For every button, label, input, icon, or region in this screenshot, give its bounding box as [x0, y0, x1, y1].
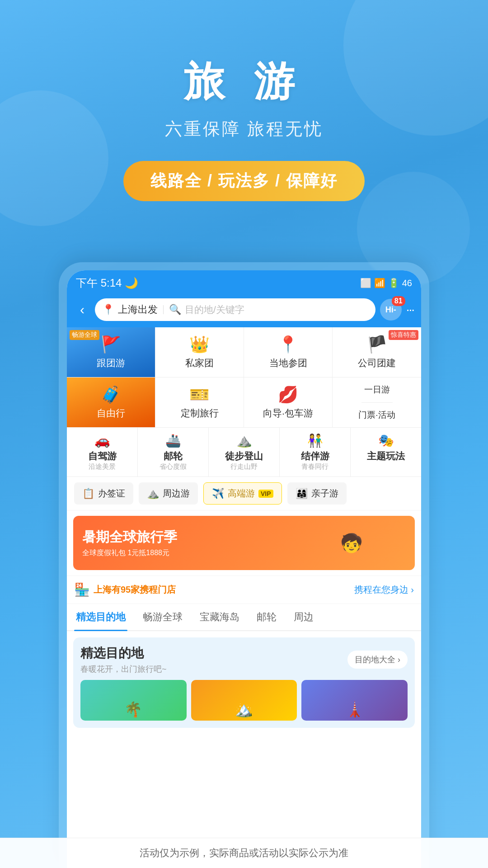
partner-sub: 青春同行: [301, 462, 328, 471]
store-text: 上海有95家携程门店: [94, 584, 354, 596]
dest-title: 精选目的地: [80, 645, 167, 662]
hiking-sub: 行走山野: [230, 462, 258, 471]
tag-luxury[interactable]: ✈️ 高端游 VIP: [203, 482, 282, 505]
free-travel-label: 自由行: [97, 407, 125, 420]
local-tour-icon: 📍: [278, 335, 298, 354]
cruise-label: 邮轮: [164, 450, 183, 462]
search-icon: 🔍: [169, 304, 181, 316]
luxury-icon: ✈️: [212, 488, 224, 500]
store-link[interactable]: 携程在您身边 ›: [354, 584, 414, 596]
moon-icon: 🌙: [125, 277, 138, 289]
cruise-sub: 省心度假: [160, 462, 187, 471]
more-button[interactable]: ···: [406, 302, 414, 317]
company-tour-badge: 惊喜特惠: [389, 330, 418, 340]
nearby-label: 周边游: [163, 487, 190, 500]
dest-thumbnails: 🌴 🏔️ 🗼: [80, 680, 408, 721]
search-bar[interactable]: 📍 上海出发 🔍 目的地/关键字: [95, 298, 375, 321]
dest-thumb-2[interactable]: 🏔️: [191, 680, 297, 721]
cat-local-tour[interactable]: 📍 当地参团: [244, 327, 333, 377]
custom-travel-label: 定制旅行: [181, 407, 219, 420]
tag-row: 📋 办签证 ⛰️ 周边游 ✈️ 高端游 VIP 👨‍👩‍👧 亲子游: [67, 477, 421, 510]
store-bar: 🏪 上海有95家携程门店 携程在您身边 ›: [67, 576, 421, 604]
group-tour-icon: 🚩: [101, 335, 121, 354]
status-bar: 下午 5:14 🌙 ⬜ 📶 🔋 46: [67, 270, 421, 294]
family-label: 亲子游: [311, 487, 338, 500]
dest-subtitle: 春暖花开，出门旅行吧~: [80, 664, 167, 675]
cat-company-tour[interactable]: 惊喜特惠 🏴 公司团建: [333, 327, 421, 377]
local-tour-label: 当地参团: [269, 357, 307, 369]
header-actions: Hi- 81 ···: [380, 299, 414, 321]
cat-guide-bus[interactable]: 💋 向导·包车游: [244, 377, 333, 427]
cat-free-travel[interactable]: 🧳 自由行: [67, 377, 155, 427]
search-placeholder: 目的地/关键字: [185, 303, 244, 316]
ticket-label: 门票·活动: [358, 409, 395, 421]
phone-inner: 下午 5:14 🌙 ⬜ 📶 🔋 46 ‹ 📍 上海出发 🔍 目的地/关键字: [67, 270, 421, 868]
screen-icon: ⬜: [360, 278, 371, 288]
tab-bar: 精选目的地 畅游全球 宝藏海岛 邮轮 周边: [67, 604, 421, 631]
nearby-icon: ⛰️: [147, 488, 159, 500]
ticket-activity[interactable]: 门票·活动: [356, 403, 398, 428]
visa-label: 办签证: [98, 487, 125, 500]
category-row-1: 畅游全球 🚩 跟团游 👑 私家团 📍 当地参团 惊喜特惠 🏴 公司团建: [67, 327, 421, 377]
dest-section: 精选目的地 春暖花开，出门旅行吧~ 目的地大全 › 🌴 🏔️ 🗼: [73, 637, 415, 728]
tag-family[interactable]: 👨‍👩‍👧 亲子游: [287, 482, 347, 505]
small-item-self-drive[interactable]: 🚗 自驾游 沿途美景: [67, 428, 138, 476]
avatar-button[interactable]: Hi- 81: [380, 299, 402, 321]
dest-header: 精选目的地 春暖花开，出门旅行吧~ 目的地大全 ›: [80, 645, 408, 675]
back-button[interactable]: ‹: [74, 302, 90, 317]
group-tour-badge: 畅游全球: [70, 330, 99, 340]
wifi-icon: 📶: [374, 278, 385, 288]
company-tour-label: 公司团建: [358, 357, 396, 369]
tab-global[interactable]: 畅游全球: [141, 604, 184, 630]
cat-private-tour[interactable]: 👑 私家团: [155, 327, 244, 377]
banner-sub: 全球度假礼包 1元抵1888元: [82, 548, 177, 558]
hiking-label: 徒步登山: [225, 450, 263, 462]
self-drive-icon: 🚗: [94, 433, 110, 448]
company-tour-icon: 🏴: [367, 335, 387, 354]
luxury-label: 高端游: [228, 487, 255, 500]
depart-city: 上海出发: [118, 303, 158, 316]
phone-mockup: 下午 5:14 🌙 ⬜ 📶 🔋 46 ‹ 📍 上海出发 🔍 目的地/关键字: [59, 262, 429, 868]
theme-icon: 🎭: [378, 433, 394, 448]
hero-title: 旅 游: [0, 54, 488, 109]
day-trip-label: 一日游: [364, 384, 390, 396]
theme-label: 主题玩法: [367, 450, 405, 462]
hero-section: 旅 游 六重保障 旅程无忧 线路全 / 玩法多 / 保障好: [0, 0, 488, 201]
tag-nearby[interactable]: ⛰️ 周边游: [139, 482, 198, 505]
dest-thumb-2-emoji: 🏔️: [235, 701, 253, 718]
status-icons: ⬜ 📶 🔋 46: [360, 278, 412, 288]
dest-thumb-1[interactable]: 🌴: [80, 680, 187, 721]
search-divider: [163, 305, 164, 314]
disclaimer: 活动仅为示例，实际商品或活动以实际公示为准: [0, 838, 488, 868]
private-tour-label: 私家团: [185, 357, 214, 369]
tab-nearby[interactable]: 周边: [292, 604, 315, 630]
dest-header-left: 精选目的地 春暖花开，出门旅行吧~: [80, 645, 167, 675]
self-drive-sub: 沿途美景: [89, 462, 116, 471]
hero-subtitle: 六重保障 旅程无忧: [0, 118, 488, 141]
visa-icon: 📋: [82, 488, 94, 500]
promo-banner[interactable]: 暑期全球旅行季 全球度假礼包 1元抵1888元 🧒: [73, 516, 415, 570]
tag-visa[interactable]: 📋 办签证: [74, 482, 133, 505]
dest-thumb-3[interactable]: 🗼: [301, 680, 408, 721]
tab-cruise[interactable]: 邮轮: [255, 604, 278, 630]
cat-group-tour[interactable]: 畅游全球 🚩 跟团游: [67, 327, 155, 377]
small-item-theme[interactable]: 🎭 主题玩法: [351, 428, 421, 476]
small-item-partner[interactable]: 👫 结伴游 青春同行: [280, 428, 351, 476]
tab-selected-dest[interactable]: 精选目的地: [74, 604, 127, 630]
location-icon: 📍: [102, 304, 114, 316]
cruise-icon: 🚢: [165, 433, 181, 448]
free-travel-icon: 🧳: [101, 385, 121, 404]
cat-custom-travel[interactable]: 🎫 定制旅行: [155, 377, 244, 427]
tab-island[interactable]: 宝藏海岛: [198, 604, 241, 630]
small-item-hiking[interactable]: ⛰️ 徒步登山 行走山野: [209, 428, 280, 476]
day-trip-top[interactable]: 一日游: [361, 377, 393, 403]
banner-emoji: 🧒: [340, 533, 363, 554]
partner-icon: 👫: [307, 433, 323, 448]
hero-badge: 线路全 / 玩法多 / 保障好: [123, 161, 365, 201]
notification-badge: 81: [392, 296, 405, 306]
small-item-cruise[interactable]: 🚢 邮轮 省心度假: [138, 428, 209, 476]
partner-label: 结伴游: [301, 450, 329, 462]
dest-all-button[interactable]: 目的地大全 ›: [347, 651, 408, 669]
cat-day-trip[interactable]: 一日游 门票·活动: [333, 377, 421, 427]
hiking-icon: ⛰️: [236, 433, 252, 448]
